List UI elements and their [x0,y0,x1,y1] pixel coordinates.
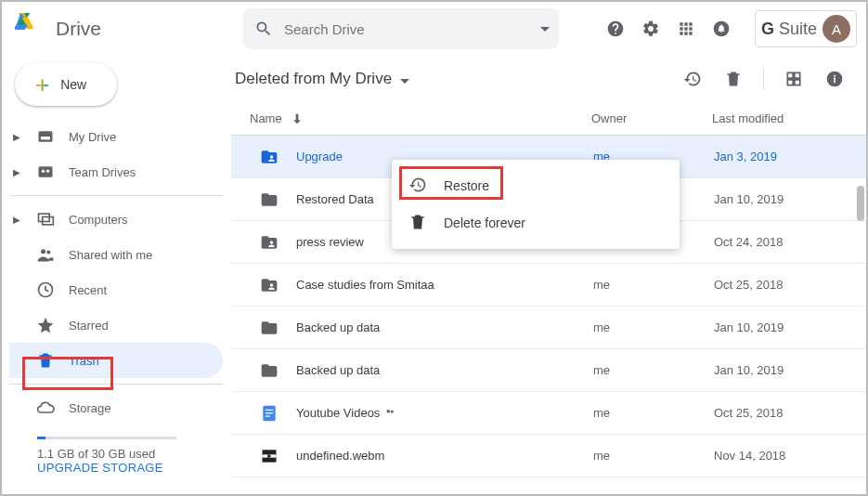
folder-shared-icon [259,148,279,166]
svg-rect-10 [43,217,54,225]
sidebar-item-shared-with-me[interactable]: Shared with me [9,237,223,272]
breadcrumb[interactable]: Deleted from My Drive [235,70,409,88]
table-row[interactable]: Backed up datameJan 10, 2019 [231,307,866,349]
svg-rect-23 [266,415,270,416]
svg-rect-15 [834,77,836,83]
search-input[interactable] [284,21,540,37]
file-modified: Oct 25, 2018 [714,406,848,420]
table-row[interactable]: undefined.webmmeNov 14, 2018 [231,435,866,477]
header-actions: G Suite A [604,10,857,47]
logo-area[interactable]: Drive [15,12,243,46]
sidebar: + New ▶My Drive▶Team Drives ▶ComputersSh… [2,56,230,494]
file-modified: Jan 10, 2019 [714,363,848,377]
svg-point-12 [46,250,50,254]
column-header: Name Owner Last modified [231,102,866,136]
svg-point-17 [270,155,273,158]
sidebar-item-storage[interactable]: Storage [9,390,223,425]
col-owner[interactable]: Owner [591,111,712,125]
sidebar-item-my-drive[interactable]: ▶My Drive [9,119,223,154]
file-owner: me [593,406,714,420]
svg-point-8 [46,170,49,173]
team-icon [35,163,56,181]
file-owner: me [593,449,714,463]
search-options-icon[interactable] [540,27,550,32]
folder-shared-icon [259,233,279,252]
clock-icon [35,281,56,299]
svg-rect-16 [834,75,836,77]
file-modified: Jan 3, 2019 [714,150,848,163]
main: Deleted from My Drive Name Owner Last mo… [230,56,866,494]
file-modified: Oct 24, 2018 [714,235,848,249]
svg-point-11 [41,249,45,254]
header: Drive G Suite A [2,2,866,56]
restore-icon [408,176,427,197]
file-modified: Nov 14, 2018 [714,449,848,463]
svg-marker-2 [15,25,28,30]
table-row[interactable]: Backed up datameJan 10, 2019 [231,349,866,392]
svg-rect-5 [41,137,50,139]
col-name[interactable]: Name [250,111,591,126]
storage-used: 1.1 GB of 30 GB used [37,447,223,461]
scrollbar[interactable] [857,186,864,221]
folder-icon [259,361,279,380]
file-name: Backed up data [296,363,593,377]
svg-rect-21 [266,409,273,410]
apps-icon[interactable] [675,18,697,40]
ctx-restore-label: Restore [444,178,489,193]
video-icon [259,447,279,465]
new-label: New [60,77,86,92]
file-owner: me [593,320,714,334]
sidebar-item-team-drives[interactable]: ▶Team Drives [9,154,223,189]
doc-icon [259,404,279,423]
upgrade-link[interactable]: UPGRADE STORAGE [37,461,223,475]
file-owner: me [593,278,714,292]
sidebar-item-recent[interactable]: Recent [9,272,223,307]
trash-icon [35,351,56,370]
new-button[interactable]: + New [15,63,117,106]
sidebar-item-trash[interactable]: Trash [9,343,223,378]
chevron-down-icon[interactable] [400,79,409,84]
restore-icon[interactable] [681,68,704,90]
folder-icon [259,319,279,337]
sidebar-item-starred[interactable]: Starred [9,307,223,343]
ctx-delete-forever[interactable]: Delete forever [392,204,680,241]
file-modified: Oct 25, 2018 [714,278,848,292]
ctx-restore[interactable]: Restore [392,167,680,204]
file-modified: Jan 10, 2019 [714,320,848,334]
computer-icon [35,210,56,228]
svg-point-7 [42,170,45,173]
gsuite-badge[interactable]: G Suite A [755,10,857,47]
svg-rect-22 [266,412,273,413]
svg-point-19 [270,283,273,286]
file-name: Backed up data [296,320,593,334]
drive-logo-icon [15,12,48,46]
file-modified: Jan 10, 2019 [714,192,848,206]
context-menu: Restore Delete forever [392,160,680,249]
svg-point-24 [386,410,390,413]
file-owner: me [593,363,714,377]
grid-view-icon[interactable] [783,68,805,90]
people-icon [35,245,56,264]
sidebar-item-computers[interactable]: ▶Computers [9,202,223,237]
plus-icon: + [35,71,49,99]
cloud-icon [35,398,56,417]
search-bar[interactable] [243,8,559,49]
gear-icon[interactable] [640,18,662,40]
storage-bar [37,437,176,439]
file-name: undefined.webm [296,449,593,463]
search-icon[interactable] [253,18,275,40]
help-icon[interactable] [604,18,627,40]
svg-point-25 [391,411,394,413]
star-icon [35,316,56,334]
trash-icon[interactable] [722,68,745,90]
info-icon[interactable] [823,68,846,90]
table-row[interactable]: Youtube Videos meOct 25, 2018 [231,392,866,435]
svg-rect-9 [39,214,50,221]
table-row[interactable]: Case studies from SmitaameOct 25, 2018 [231,264,866,307]
col-modified[interactable]: Last modified [712,111,848,125]
svg-point-18 [270,241,273,243]
app-title: Drive [56,18,101,40]
bell-icon[interactable] [710,18,732,40]
storage-label: Storage [69,401,111,415]
avatar[interactable]: A [823,15,850,43]
